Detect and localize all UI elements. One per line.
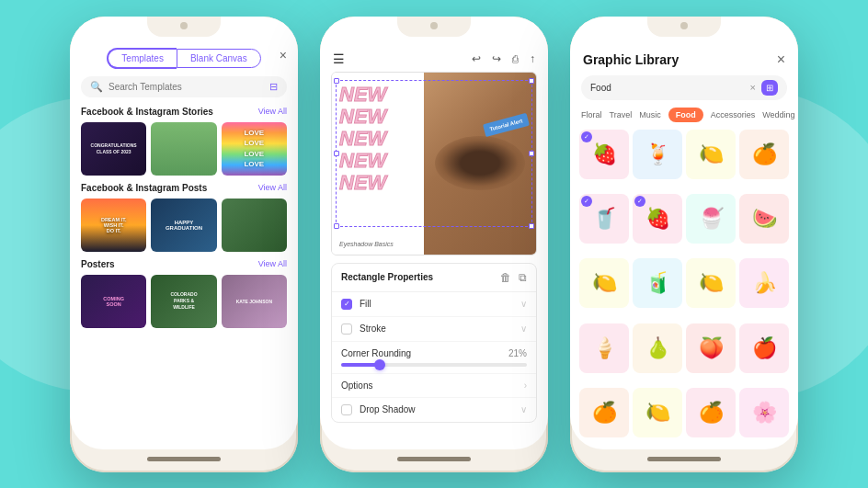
- fill-label: Fill: [360, 299, 520, 309]
- search-icon: 🔍: [90, 81, 103, 93]
- graphic-item-2[interactable]: 🍹: [633, 130, 682, 179]
- section-stories-title: Facebook & Instagram Stories: [81, 107, 213, 117]
- graphic-library-search: × ⊞: [581, 75, 787, 100]
- phone-2-screen: ☰ ↩ ↪ ⎙ ↑ NEW NEW: [320, 17, 548, 449]
- cat-travel[interactable]: Travel: [610, 108, 633, 122]
- filter-button[interactable]: ⊞: [761, 80, 778, 96]
- tab-templates[interactable]: Templates: [107, 48, 177, 69]
- search-clear-icon[interactable]: ×: [750, 82, 756, 93]
- graphic-item-11[interactable]: 🍋: [686, 258, 736, 308]
- props-icons: 🗑 ⧉: [500, 271, 527, 284]
- handle-tl: [334, 78, 339, 84]
- section-stories: Facebook & Instagram Stories View All CO…: [70, 107, 298, 183]
- story-card-3[interactable]: LOVELOVELOVELOVE: [222, 122, 287, 176]
- graphic-item-13[interactable]: 🍦: [579, 323, 629, 373]
- graphic-items-grid: 🍓 🍹 🍋 🍊 🥤 🍓 🍧 🍉 🍋 🧃 🍋 🍌 🍦 🍐 🍑 🍎 🍊 🍋 🍊: [570, 130, 798, 449]
- graphic-item-7[interactable]: 🍧: [686, 194, 736, 244]
- graphic-library-close[interactable]: ×: [777, 51, 785, 68]
- undo-icon[interactable]: ↩: [472, 52, 481, 65]
- story-card-2[interactable]: [151, 122, 216, 176]
- slider-thumb: [374, 359, 385, 370]
- fill-row[interactable]: ✓ Fill ∨: [332, 292, 536, 317]
- poster-card-3[interactable]: KATE JOHNSON: [222, 275, 287, 328]
- post-card-2[interactable]: HAPPYGRADUATION: [151, 199, 216, 252]
- graphic-item-3[interactable]: 🍋: [686, 130, 736, 179]
- cat-wedding[interactable]: Wedding: [762, 108, 794, 122]
- menu-icon[interactable]: ☰: [333, 51, 345, 66]
- section-posts-view-all[interactable]: View All: [258, 183, 287, 192]
- filter-grid-icon: ⊞: [766, 83, 773, 93]
- graphic-item-17[interactable]: 🍊: [579, 388, 629, 437]
- filter-icon[interactable]: ⊟: [269, 81, 278, 93]
- phone-1-screen: Templates Blank Canvas × 🔍 ⊟ Facebook & …: [70, 17, 298, 449]
- search-input[interactable]: [108, 82, 264, 92]
- graphic-item-9[interactable]: 🍋: [579, 258, 629, 308]
- handle-bl: [334, 223, 339, 229]
- phone-3-screen: Graphic Library × × ⊞ Floral Travel Musi…: [570, 17, 798, 449]
- phone-2-home-bar: [397, 457, 471, 461]
- graphic-item-1[interactable]: 🍓: [579, 130, 629, 179]
- posts-cards: DREAM IT.WISH IT.DO IT. HAPPYGRADUATION: [81, 199, 287, 252]
- options-arrow: ›: [524, 380, 527, 391]
- post-card-1[interactable]: DREAM IT.WISH IT.DO IT.: [81, 199, 146, 252]
- editor-canvas[interactable]: NEW NEW NEW NEW NEW Tutorial Alert Eyesh…: [331, 72, 537, 255]
- redo-icon[interactable]: ↪: [492, 52, 501, 65]
- graphic-item-10[interactable]: 🧃: [633, 258, 682, 308]
- graphic-item-20[interactable]: 🌸: [739, 388, 789, 437]
- drop-shadow-row[interactable]: Drop Shadow ∨: [332, 397, 536, 422]
- graphic-item-5[interactable]: 🥤: [579, 194, 629, 244]
- share-icon[interactable]: ↑: [530, 52, 535, 65]
- options-row[interactable]: Options ›: [332, 374, 536, 397]
- graphic-item-6[interactable]: 🍓: [633, 194, 682, 244]
- canvas-subtitle: Eyeshadow Basics: [339, 241, 394, 247]
- fill-chevron: ∨: [520, 299, 527, 309]
- phone-3: Graphic Library × × ⊞ Floral Travel Musi…: [570, 17, 798, 472]
- graphic-search-input[interactable]: [590, 83, 745, 93]
- duplicate-icon[interactable]: ⧉: [519, 271, 527, 284]
- tab-blank-canvas[interactable]: Blank Canvas: [177, 49, 261, 68]
- print-icon[interactable]: ⎙: [512, 53, 519, 64]
- phone-2-notch: [397, 17, 471, 37]
- section-posts: Facebook & Instagram Posts View All DREA…: [70, 183, 298, 259]
- section-posters-view-all[interactable]: View All: [258, 259, 287, 268]
- stories-cards: CONGRATULATIONSCLASS OF 2023 LOVELOVELOV…: [81, 122, 287, 176]
- stroke-row[interactable]: Stroke ∨: [332, 317, 536, 342]
- corner-slider[interactable]: [341, 363, 527, 367]
- drop-shadow-label: Drop Shadow: [360, 404, 520, 414]
- selection-handles: [336, 80, 532, 227]
- graphic-item-16[interactable]: 🍎: [739, 323, 789, 373]
- graphic-item-4[interactable]: 🍊: [739, 130, 789, 179]
- handle-br: [529, 223, 534, 229]
- cat-accessories[interactable]: Accessories: [711, 108, 756, 122]
- poster-card-2[interactable]: COLORADOPARKS &WILDLIFE: [151, 275, 216, 328]
- handle-tr: [529, 78, 534, 84]
- cat-floral[interactable]: Floral: [581, 108, 602, 122]
- graphic-item-18[interactable]: 🍋: [633, 388, 682, 437]
- graphic-library-header: Graphic Library ×: [570, 48, 798, 75]
- trash-icon[interactable]: 🗑: [500, 271, 511, 284]
- story-card-1[interactable]: CONGRATULATIONSCLASS OF 2023: [81, 122, 146, 176]
- graphic-item-14[interactable]: 🍐: [633, 323, 682, 373]
- section-stories-header: Facebook & Instagram Stories View All: [81, 107, 287, 117]
- section-stories-view-all[interactable]: View All: [258, 107, 287, 116]
- graphic-library-title: Graphic Library: [583, 52, 679, 67]
- drop-shadow-checkbox[interactable]: [341, 404, 352, 415]
- phone-3-home-bar: [647, 457, 721, 461]
- graphic-item-12[interactable]: 🍌: [739, 258, 789, 308]
- section-posters: Posters View All COMINGSOON COLORADOPARK…: [70, 259, 298, 335]
- stroke-checkbox[interactable]: [341, 323, 352, 335]
- phone-1-close[interactable]: ×: [280, 48, 287, 62]
- handle-mr: [529, 151, 534, 156]
- corner-rounding-row: Corner Rounding 21%: [332, 342, 536, 374]
- props-title: Rectangle Properties: [341, 272, 433, 282]
- graphic-item-8[interactable]: 🍉: [739, 194, 789, 244]
- phones-container: Templates Blank Canvas × 🔍 ⊟ Facebook & …: [70, 17, 798, 472]
- cat-food[interactable]: Food: [668, 108, 703, 122]
- graphic-item-19[interactable]: 🍊: [686, 388, 736, 437]
- post-card-3[interactable]: [222, 199, 287, 252]
- cat-music[interactable]: Music: [639, 108, 661, 122]
- poster-card-1[interactable]: COMINGSOON: [81, 275, 146, 328]
- options-label: Options: [341, 380, 372, 391]
- graphic-item-15[interactable]: 🍑: [686, 323, 736, 373]
- fill-checkbox[interactable]: ✓: [341, 299, 352, 310]
